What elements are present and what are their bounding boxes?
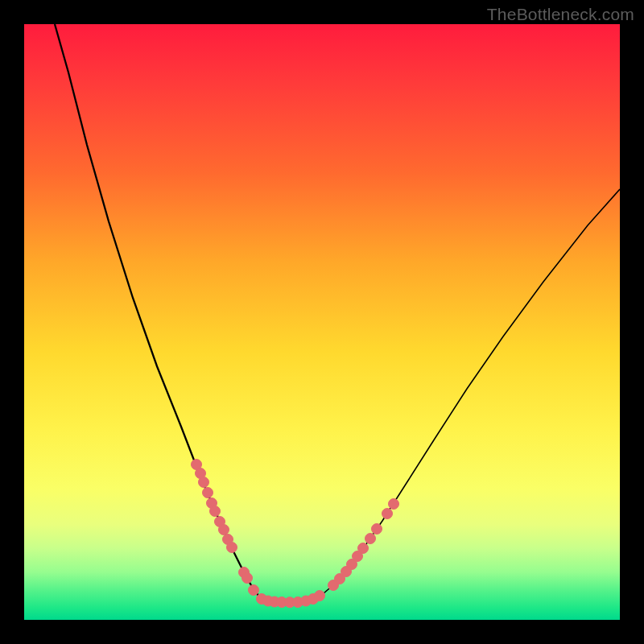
data-dot — [372, 524, 382, 535]
data-dot — [358, 543, 369, 554]
data-dot — [249, 585, 259, 596]
chart-frame: TheBottleneck.com — [0, 0, 644, 644]
data-dot — [210, 506, 221, 517]
data-dot — [389, 499, 399, 510]
curve-left — [55, 24, 259, 597]
data-dots-group — [192, 460, 399, 608]
data-dot — [365, 534, 376, 544]
data-dot — [382, 509, 393, 519]
data-dot — [199, 477, 209, 488]
watermark-text: TheBottleneck.com — [487, 5, 634, 24]
data-dot — [203, 488, 213, 498]
data-dot — [242, 573, 253, 584]
chart-plot-area — [24, 24, 620, 620]
data-dot — [219, 525, 229, 535]
data-dot — [315, 591, 325, 601]
chart-overlay-svg — [24, 24, 620, 620]
data-dot — [227, 543, 237, 553]
curve-right — [324, 189, 620, 593]
